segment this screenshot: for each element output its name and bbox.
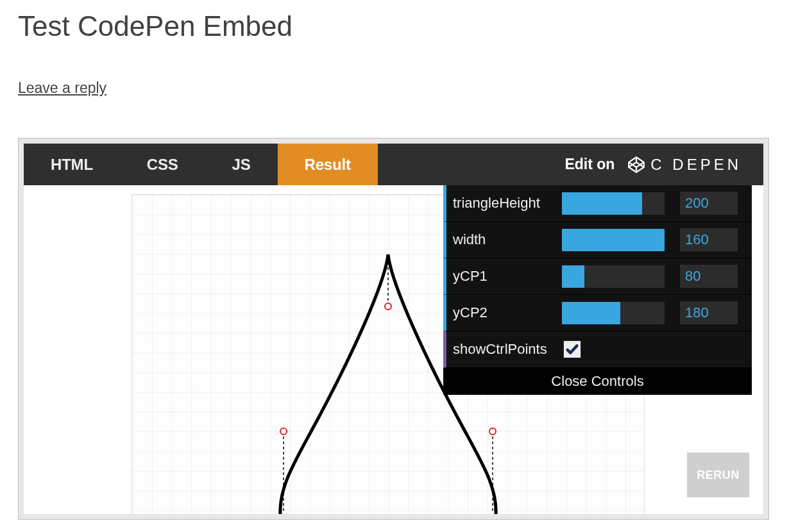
slider-fill bbox=[562, 192, 642, 215]
control-value-input[interactable]: 80 bbox=[680, 265, 738, 288]
codepen-wordmark: C DEPEN bbox=[650, 156, 742, 174]
codepen-embed-inner: HTML CSS JS Result Edit on bbox=[24, 144, 763, 514]
edit-on-codepen-button[interactable]: Edit on C DEPEN bbox=[564, 144, 763, 185]
rerun-button[interactable]: RERUN bbox=[687, 453, 749, 497]
control-label: triangleHeight bbox=[446, 195, 562, 212]
slider-track[interactable] bbox=[562, 302, 665, 324]
control-label: yCP1 bbox=[446, 268, 562, 285]
tab-js[interactable]: JS bbox=[205, 144, 278, 185]
slider-track[interactable] bbox=[562, 192, 665, 215]
svg-point-6 bbox=[385, 303, 391, 310]
control-label: width bbox=[446, 231, 562, 248]
slider-fill bbox=[562, 229, 665, 251]
tab-result[interactable]: Result bbox=[278, 144, 378, 185]
control-label: yCP2 bbox=[446, 304, 562, 321]
edit-on-label: Edit on bbox=[564, 156, 615, 173]
svg-point-8 bbox=[489, 428, 496, 435]
codepen-logo: C DEPEN bbox=[627, 156, 742, 174]
control-row-showCtrlPoints[interactable]: showCtrlPoints bbox=[443, 331, 752, 368]
control-label: showCtrlPoints bbox=[446, 341, 562, 358]
dat-gui-panel: triangleHeight 200 width 160 bbox=[443, 185, 752, 395]
checkbox-input[interactable] bbox=[563, 340, 581, 358]
control-value-input[interactable]: 160 bbox=[680, 228, 738, 251]
control-row-yCP1[interactable]: yCP1 80 bbox=[443, 258, 752, 295]
close-controls-button[interactable]: Close Controls bbox=[443, 368, 752, 395]
control-row-width[interactable]: width 160 bbox=[443, 222, 752, 258]
check-icon bbox=[565, 342, 579, 356]
page-title: Test CodePen Embed bbox=[18, 10, 771, 42]
control-value-input[interactable]: 180 bbox=[680, 301, 738, 324]
slider-fill bbox=[562, 302, 620, 324]
control-row-triangleHeight[interactable]: triangleHeight 200 bbox=[443, 185, 752, 222]
codepen-embed-frame: HTML CSS JS Result Edit on bbox=[18, 138, 769, 520]
slider-track[interactable] bbox=[562, 229, 665, 251]
svg-point-7 bbox=[280, 428, 287, 435]
leave-reply-link[interactable]: Leave a reply bbox=[18, 79, 106, 97]
slider-fill bbox=[562, 265, 584, 288]
codepen-cube-icon bbox=[627, 156, 645, 174]
embed-tabs-bar: HTML CSS JS Result Edit on bbox=[24, 144, 763, 185]
slider-track[interactable] bbox=[562, 265, 665, 288]
tab-html[interactable]: HTML bbox=[24, 144, 120, 185]
tab-css[interactable]: CSS bbox=[120, 144, 205, 185]
control-row-yCP2[interactable]: yCP2 180 bbox=[443, 295, 752, 331]
control-value-input[interactable]: 200 bbox=[680, 192, 738, 215]
result-area: triangleHeight 200 width 160 bbox=[24, 185, 763, 514]
